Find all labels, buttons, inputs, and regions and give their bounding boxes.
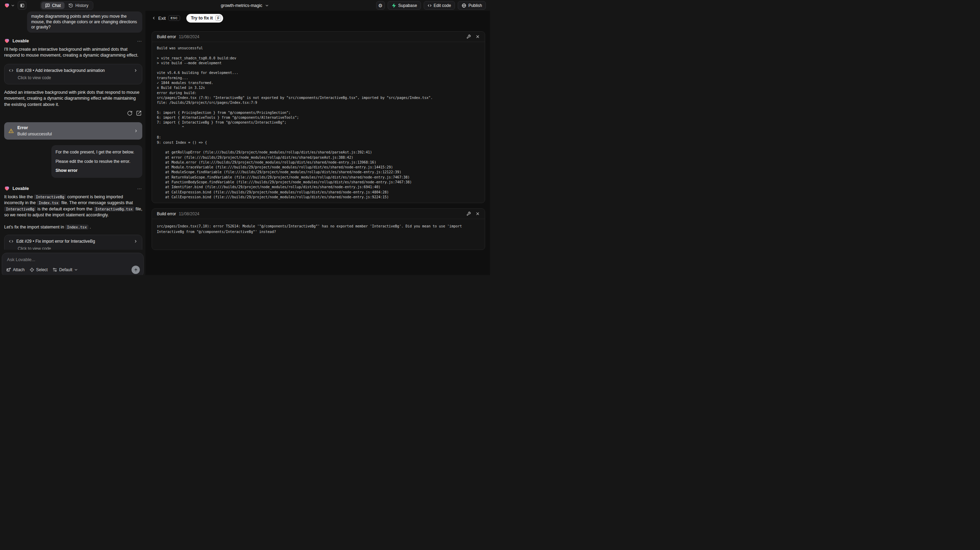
assistant-message: Added an interactive background with pin… xyxy=(4,89,142,108)
build-error-date: 11/08/2024 xyxy=(179,212,199,216)
close-icon[interactable] xyxy=(476,212,480,216)
top-bar: Chat History growth-metrics-magic ⚙ xyxy=(0,0,490,11)
build-error-title: Build error xyxy=(157,34,176,39)
attach-icon xyxy=(6,267,11,272)
preview-toolbar: Exit ESC Try to fix it F xyxy=(145,13,490,24)
chat-input[interactable] xyxy=(2,253,143,264)
build-error-date: 11/08/2024 xyxy=(179,34,199,39)
wrench-icon[interactable] xyxy=(466,34,471,39)
send-icon xyxy=(134,268,138,272)
attach-label: Attach xyxy=(13,267,25,272)
chevron-right-icon xyxy=(134,69,138,73)
code-icon xyxy=(9,68,14,73)
f-key-badge: F xyxy=(215,15,221,21)
supabase-button[interactable]: Supabase xyxy=(388,1,421,10)
build-error-title: Build error xyxy=(157,212,176,216)
external-link-icon[interactable] xyxy=(136,110,142,116)
project-selector[interactable]: growth-metrics-magic xyxy=(221,0,269,11)
view-tabs: Chat History xyxy=(40,1,93,10)
select-button[interactable]: Select xyxy=(30,267,48,272)
edit-code-button[interactable]: Edit code xyxy=(424,1,455,10)
tab-chat[interactable]: Chat xyxy=(41,2,65,9)
code-icon xyxy=(428,3,432,8)
send-button[interactable] xyxy=(132,266,140,274)
build-error-header: Build error 11/08/2024 xyxy=(152,209,485,219)
user-message-text: maybe diagramming points and when you mo… xyxy=(31,14,137,30)
lovable-heart-icon xyxy=(4,186,10,191)
assistant-message: I'll help create an interactive backgrou… xyxy=(4,46,142,59)
mode-dropdown[interactable]: Default xyxy=(52,267,78,272)
try-to-fix-button[interactable]: Try to fix it F xyxy=(186,14,223,22)
gear-icon: ⚙ xyxy=(378,3,383,8)
select-icon xyxy=(30,267,34,272)
rotate-icon[interactable] xyxy=(127,110,132,116)
build-error-panel-1: Build error 11/08/2024 Build was unsucce… xyxy=(152,31,485,203)
sliders-icon xyxy=(52,267,57,272)
build-error-header: Build error 11/08/2024 xyxy=(152,32,485,42)
edit-code-label: Edit code xyxy=(434,3,451,8)
try-to-fix-label: Try to fix it xyxy=(191,16,213,21)
panel-left-icon xyxy=(20,3,25,8)
wrench-icon[interactable] xyxy=(466,212,471,216)
tab-chat-label: Chat xyxy=(52,3,61,8)
error-card-subtitle: Build unsuccessful xyxy=(18,132,52,137)
edit-card-title: Edit #29 • Fix import error for Interact… xyxy=(16,239,95,244)
user-message-line: Please edit the code to resolve the erro… xyxy=(56,159,138,164)
assistant-header: Lovable ⋯ xyxy=(4,38,142,44)
build-error-log[interactable]: Build was unsuccessful > vite_react_shad… xyxy=(152,42,485,203)
chat-panel: maybe diagramming points and when you mo… xyxy=(0,11,145,275)
chevron-left-icon xyxy=(152,16,156,20)
more-options-icon[interactable]: ⋯ xyxy=(137,187,142,190)
lovable-app: Chat History growth-metrics-magic ⚙ xyxy=(0,0,490,275)
close-icon[interactable] xyxy=(476,34,480,39)
build-error-log[interactable]: src/pages/Index.tsx(7,10): error TS2614:… xyxy=(152,219,485,238)
chevron-right-icon xyxy=(134,129,138,133)
warning-icon xyxy=(8,128,14,134)
mode-label: Default xyxy=(59,267,72,272)
publish-button[interactable]: Publish xyxy=(458,1,486,10)
settings-button[interactable]: ⚙ xyxy=(376,1,385,10)
attach-button[interactable]: Attach xyxy=(6,267,25,272)
user-message: For the code present, I get the error be… xyxy=(51,145,142,178)
edit-card-subtitle: Click to view code xyxy=(18,246,138,250)
build-error-card[interactable]: Error Build unsuccessful xyxy=(4,122,142,140)
exit-button[interactable]: Exit ESC xyxy=(152,15,180,21)
select-label: Select xyxy=(36,267,48,272)
preview-panel: Exit ESC Try to fix it F Build error 11/… xyxy=(145,11,490,275)
edit-card-title: Edit #28 • Add interactive background an… xyxy=(16,68,105,73)
supabase-label: Supabase xyxy=(398,3,417,8)
tab-history[interactable]: History xyxy=(65,2,92,9)
edit-card-subtitle: Click to view code xyxy=(18,75,138,80)
globe-icon xyxy=(461,3,466,8)
more-options-icon[interactable]: ⋯ xyxy=(137,39,142,43)
lovable-logo-menu[interactable] xyxy=(4,3,15,8)
history-icon xyxy=(68,3,73,8)
assistant-name: Lovable xyxy=(13,38,29,43)
user-message-line: For the code present, I get the error be… xyxy=(56,149,138,155)
chat-message-list[interactable]: maybe diagramming points and when you mo… xyxy=(0,11,145,250)
code-icon xyxy=(9,239,14,244)
chevron-right-icon xyxy=(134,239,138,243)
supabase-icon xyxy=(391,3,396,8)
esc-key-badge: ESC xyxy=(168,15,180,21)
sidebar-toggle-button[interactable] xyxy=(18,1,26,10)
publish-label: Publish xyxy=(468,3,482,8)
chat-icon xyxy=(45,3,50,8)
message-actions xyxy=(4,110,142,116)
assistant-message: It looks like the InteractiveBg componen… xyxy=(4,194,142,218)
chevron-down-icon xyxy=(11,3,15,8)
project-name: growth-metrics-magic xyxy=(221,3,262,8)
assistant-message: Let's fix the import statement in Index.… xyxy=(4,224,142,231)
edit-card-28[interactable]: Edit #28 • Add interactive background an… xyxy=(4,64,142,84)
assistant-header: Lovable ⋯ xyxy=(4,186,142,191)
chevron-down-icon xyxy=(265,3,269,8)
build-error-panel-2: Build error 11/08/2024 src/pages/Index.t… xyxy=(152,208,485,250)
assistant-name: Lovable xyxy=(13,186,29,191)
lovable-logo-icon xyxy=(4,3,10,8)
edit-card-29[interactable]: Edit #29 • Fix import error for Interact… xyxy=(4,235,142,250)
show-error-link[interactable]: Show error xyxy=(56,168,138,174)
composer: Attach Select Default xyxy=(2,253,144,275)
error-card-title: Error xyxy=(18,125,52,130)
lovable-heart-icon xyxy=(4,38,10,44)
tab-history-label: History xyxy=(75,3,88,8)
